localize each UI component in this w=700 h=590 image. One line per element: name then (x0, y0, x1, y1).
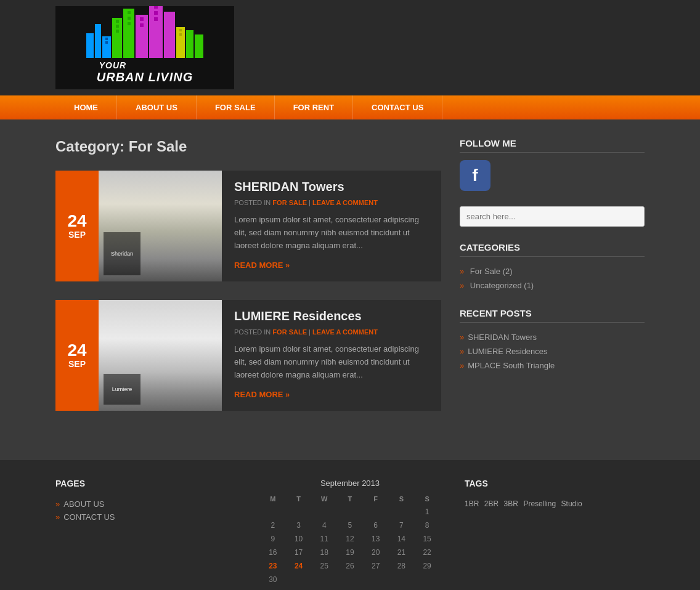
cal-th-t2: T (337, 493, 363, 505)
footer-pages-title: PAGES (55, 479, 235, 488)
category-link-uncategorized[interactable]: Uncategorized (1) (470, 281, 534, 290)
posted-in-label-2: POSTED IN (234, 328, 271, 336)
tag-link-3br[interactable]: 3BR (504, 499, 518, 508)
nav-item-home[interactable]: HOME (55, 95, 117, 119)
calendar-body: 1 2345678 9101112131415 16171819202122 2… (260, 505, 440, 586)
tag-link-1br[interactable]: 1BR (465, 499, 479, 508)
follow-me-title: FOLLOW ME (460, 138, 645, 153)
footer-link-contact[interactable]: CONTACT US (63, 512, 115, 522)
post-body-1: SHERIDAN Towers POSTED IN FOR SALE | LEA… (222, 171, 441, 281)
post-date-badge-1: 24 SEP (55, 171, 99, 281)
tag-link-preselling[interactable]: Preselling (523, 499, 556, 508)
post-category-link-2[interactable]: FOR SALE (272, 328, 307, 336)
category-heading: Category: For Sale (55, 138, 441, 155)
cal-th-f: F (363, 493, 389, 505)
recent-post-link-1[interactable]: SHERIDAN Towers (468, 333, 537, 342)
leave-comment-link-2[interactable]: LEAVE A COMMENT (312, 328, 378, 336)
cal-row-4: 16171819202122 (260, 546, 440, 559)
building (102, 36, 111, 58)
recent-posts-section: RECENT POSTS SHERIDAN Towers LUMIERE Res… (460, 308, 645, 373)
post-image-col-1: Sheridan (99, 171, 222, 281)
cal-th-w: W (311, 493, 337, 505)
nav-item-forsale[interactable]: FOR SALE (197, 95, 275, 119)
logo-urban-living: URBAN LIVING (97, 70, 193, 84)
nav-link-forsale[interactable]: FOR SALE (197, 95, 274, 119)
footer-page-contact: CONTACT US (55, 511, 235, 523)
nav-link-about[interactable]: ABOUT US (117, 95, 196, 119)
cal-row-2: 2345678 (260, 519, 440, 532)
tag-1br: 1BR (465, 499, 479, 508)
cal-th-s2: S (414, 493, 440, 505)
recent-post-3: MPLACE South Triangle (460, 358, 645, 373)
tag-preselling: Preselling (523, 499, 556, 508)
footer-calendar-col: September 2013 M T W T F S S 1 2345678 (260, 479, 440, 586)
category-link-forsale[interactable]: For Sale (2) (470, 267, 513, 276)
footer-inner: PAGES ABOUT US CONTACT US September 2013… (55, 479, 645, 586)
category-count-uncategorized: (1) (524, 281, 534, 290)
building (123, 9, 134, 58)
cal-row-3: 9101112131415 (260, 532, 440, 546)
recent-posts-title: RECENT POSTS (460, 308, 645, 323)
logo-area: your URBAN LIVING (55, 6, 645, 89)
categories-title: CATEGORIES (460, 242, 645, 257)
city-skyline (86, 6, 203, 58)
category-item-forsale: For Sale (2) (460, 264, 645, 278)
category-list: For Sale (2) Uncategorized (1) (460, 264, 645, 293)
posted-in-label-1: POSTED IN (234, 199, 271, 206)
post-category-link-1[interactable]: FOR SALE (272, 199, 307, 206)
footer: PAGES ABOUT US CONTACT US September 2013… (0, 460, 700, 590)
nav-list: HOME ABOUT US FOR SALE FOR RENT CONTACT … (55, 95, 645, 119)
follow-me-section: FOLLOW ME f (460, 138, 645, 191)
nav-link-contact[interactable]: CONTACT US (353, 95, 442, 119)
nav-item-forrent[interactable]: FOR RENT (275, 95, 353, 119)
search-section (460, 206, 645, 227)
post-month-1: SEP (68, 230, 86, 240)
tag-link-studio[interactable]: Studio (561, 499, 582, 508)
cal-row-6: 30 (260, 573, 440, 586)
read-more-link-1[interactable]: READ MORE » (234, 261, 290, 270)
post-date-badge-2: 24 SEP (55, 300, 99, 411)
building (186, 30, 193, 58)
building (149, 6, 163, 58)
building (195, 34, 203, 58)
search-input[interactable] (460, 206, 645, 227)
post-excerpt-1: Lorem ipsum dolor sit amet, consectetuer… (234, 214, 429, 252)
logo[interactable]: your URBAN LIVING (55, 6, 234, 89)
nav: HOME ABOUT US FOR SALE FOR RENT CONTACT … (0, 95, 700, 119)
post-card-sheridan: 24 SEP Sheridan SHERIDAN Towers POSTED I… (55, 171, 441, 281)
nav-link-forrent[interactable]: FOR RENT (275, 95, 352, 119)
recent-post-link-2[interactable]: LUMIERE Residences (468, 347, 547, 356)
post-title-sheridan: SHERIDAN Towers (234, 180, 429, 194)
tag-3br: 3BR (504, 499, 518, 508)
logo-text: your URBAN LIVING (97, 60, 193, 84)
recent-post-1: SHERIDAN Towers (460, 330, 645, 344)
footer-pages-list: ABOUT US CONTACT US (55, 498, 235, 523)
post-excerpt-2: Lorem ipsum dolor sit amet, consectetuer… (234, 343, 429, 381)
post-day-2: 24 (67, 342, 86, 359)
cal-row-5: 23242526272829 (260, 559, 440, 573)
leave-comment-link-1[interactable]: LEAVE A COMMENT (312, 199, 378, 206)
nav-item-about[interactable]: ABOUT US (117, 95, 197, 119)
footer-page-about: ABOUT US (55, 498, 235, 511)
post-image-lumiere: Lumiere (99, 300, 222, 411)
facebook-button[interactable]: f (460, 160, 490, 191)
post-title-lumiere: LUMIERE Residences (234, 309, 429, 323)
tag-link-2br[interactable]: 2BR (484, 499, 499, 508)
footer-link-about[interactable]: ABOUT US (63, 499, 104, 509)
footer-tags-title: TAGS (465, 479, 645, 488)
post-image-sheridan: Sheridan (99, 171, 222, 281)
recent-post-link-3[interactable]: MPLACE South Triangle (468, 361, 555, 370)
post-body-2: LUMIERE Residences POSTED IN FOR SALE | … (222, 300, 441, 411)
building (112, 18, 122, 58)
nav-link-home[interactable]: HOME (55, 95, 116, 119)
cal-row-1: 1 (260, 505, 440, 519)
category-item-uncategorized: Uncategorized (1) (460, 278, 645, 293)
tag-2br: 2BR (484, 499, 499, 508)
post-card-lumiere: 24 SEP Lumiere LUMIERE Residences POSTED… (55, 300, 441, 411)
category-label-forsale: For Sale (470, 267, 500, 276)
recent-posts-list: SHERIDAN Towers LUMIERE Residences MPLAC… (460, 330, 645, 373)
calendar-table: M T W T F S S 1 2345678 9101112131415 16… (260, 493, 440, 586)
cal-th-t1: T (286, 493, 312, 505)
read-more-link-2[interactable]: READ MORE » (234, 390, 290, 399)
nav-item-contact[interactable]: CONTACT US (353, 95, 442, 119)
